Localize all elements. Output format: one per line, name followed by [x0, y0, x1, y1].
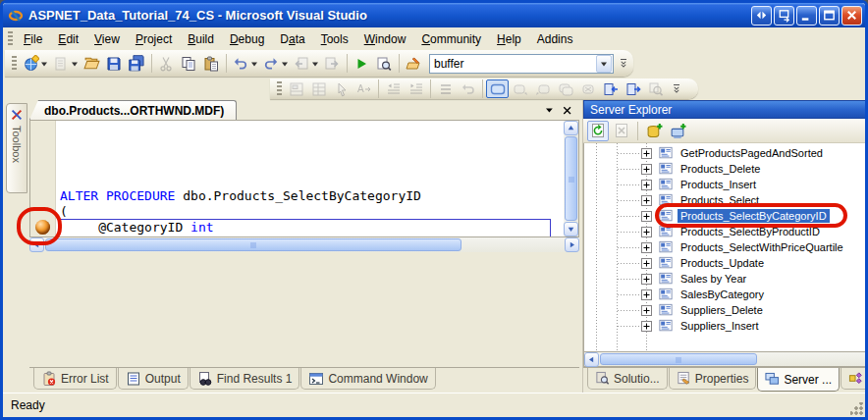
rename-button[interactable]: A — [353, 79, 375, 98]
code-line[interactable]: @CategoryID int — [60, 220, 564, 236]
undo-checkout-button[interactable] — [457, 79, 479, 98]
plus-expander-icon[interactable] — [641, 321, 652, 332]
scroll-up-icon[interactable] — [564, 121, 578, 135]
menu-help[interactable]: Help — [489, 29, 529, 49]
menu-data[interactable]: Data — [272, 29, 312, 49]
scroll-left-icon[interactable] — [29, 237, 44, 252]
menu-addins[interactable]: Addins — [529, 29, 581, 49]
sql-code-editor[interactable]: ALTER PROCEDURE dbo.Products_SelectByCat… — [56, 121, 564, 236]
diagram-pane-button[interactable] — [285, 79, 307, 98]
editor-vertical-scrollbar[interactable] — [564, 121, 578, 236]
tree-horizontal-scrollbar[interactable] — [583, 352, 868, 367]
tree-item[interactable]: Products_SelectWithPriceQuartile — [584, 239, 868, 255]
cut-button[interactable] — [155, 53, 178, 75]
tab-properties[interactable]: Properties — [669, 368, 757, 390]
tree-item[interactable]: Sales by Year — [584, 271, 868, 287]
scrollbar-thumb[interactable] — [565, 136, 577, 221]
tree-item-label[interactable]: Suppliers_Delete — [678, 303, 766, 317]
tree-item[interactable]: Products_Select — [584, 192, 868, 208]
outdent-button[interactable] — [382, 79, 405, 98]
tree-item[interactable]: Products_Delete — [584, 161, 868, 177]
tree-item[interactable]: Suppliers_Insert — [584, 318, 868, 334]
tree-item[interactable]: Products_SelectByProductID — [584, 224, 868, 239]
menu-edit[interactable]: Edit — [50, 29, 86, 49]
tree-item-label[interactable]: Suppliers_Insert — [678, 319, 762, 333]
toolbar-options-chevron-icon[interactable] — [670, 79, 682, 100]
menu-file[interactable]: File — [16, 29, 50, 49]
tab-command-window[interactable]: Command Window — [300, 368, 435, 390]
tree-item-label[interactable]: Products_Update — [678, 256, 767, 270]
paste-button[interactable] — [200, 53, 223, 75]
new-website-button[interactable] — [20, 53, 42, 75]
breakpoint-sphere-icon[interactable] — [35, 220, 50, 235]
menu-debug[interactable]: Debug — [222, 29, 272, 49]
tab-server-[interactable]: Server ... — [757, 368, 840, 392]
group-by-button[interactable] — [434, 79, 457, 98]
connect-server-button[interactable] — [667, 121, 688, 141]
redo-button[interactable] — [260, 53, 283, 75]
sql-pane-button[interactable] — [486, 79, 509, 98]
menubar-grip[interactable] — [8, 31, 13, 47]
file-list-dropdown-icon[interactable] — [544, 105, 556, 117]
close-document-icon[interactable] — [562, 105, 573, 117]
plus-expander-icon[interactable] — [641, 180, 652, 190]
menu-tools[interactable]: Tools — [313, 29, 356, 49]
tree-item-label[interactable]: Products_Delete — [678, 162, 763, 176]
toolbar-grip[interactable] — [277, 81, 282, 97]
find-symbol-button[interactable] — [373, 53, 396, 75]
db-import-button[interactable] — [599, 79, 622, 98]
pointer-button[interactable] — [330, 79, 353, 98]
add-item-button[interactable] — [50, 53, 73, 75]
combo-dropdown-button[interactable] — [596, 55, 612, 73]
server-explorer-titlebar[interactable]: Server Explorer — [583, 100, 868, 119]
tree-item[interactable]: GetProductsPagedAndSorted — [584, 145, 868, 161]
scroll-down-icon[interactable] — [564, 222, 578, 236]
stop-refresh-button[interactable] — [611, 121, 632, 141]
scroll-right-icon[interactable] — [565, 237, 579, 252]
code-line[interactable]: ( — [60, 204, 564, 220]
tree-item-label[interactable]: SalesByCategory — [678, 288, 767, 301]
plus-expander-icon[interactable] — [641, 211, 652, 222]
join-left-button[interactable] — [509, 79, 531, 98]
nav-forward-button[interactable] — [321, 53, 344, 75]
close-button[interactable] — [841, 6, 862, 26]
verify-sql-button[interactable] — [644, 79, 667, 98]
tree-item-label[interactable]: Products_SelectWithPriceQuartile — [678, 240, 846, 254]
menu-project[interactable]: Project — [128, 29, 180, 49]
view-code-button[interactable] — [403, 53, 425, 75]
join-right-button[interactable] — [531, 79, 554, 98]
tree-item[interactable]: Products_Update — [584, 255, 868, 271]
plus-expander-icon[interactable] — [641, 305, 652, 316]
tree-item-label[interactable]: GetProductsPagedAndSorted — [678, 146, 826, 160]
tree-item[interactable]: Suppliers_Delete — [584, 302, 868, 318]
join-full-button[interactable] — [554, 79, 576, 98]
scrollbar-track[interactable] — [758, 352, 868, 366]
dock-button[interactable] — [751, 6, 772, 26]
scroll-left-icon[interactable] — [584, 352, 599, 367]
undo-button[interactable] — [230, 53, 252, 75]
editor-horizontal-scrollbar[interactable] — [29, 237, 579, 252]
editor-gutter[interactable] — [30, 121, 56, 236]
nav-backward-button[interactable] — [291, 53, 313, 75]
plus-expander-icon[interactable] — [641, 242, 652, 253]
tree-item-label[interactable]: Sales by Year — [678, 272, 749, 286]
scrollbar-track[interactable] — [462, 237, 565, 252]
editor-tab[interactable]: dbo.Products...ORTHWND.MDF) — [29, 100, 237, 120]
start-debug-button[interactable] — [351, 53, 373, 75]
tab-class-view[interactable]: Class View — [841, 368, 868, 390]
tab-find-results-1[interactable]: Find Results 1 — [190, 368, 300, 390]
tree-item[interactable]: Products_SelectByCategoryID — [584, 208, 868, 224]
grid-pane-button[interactable] — [307, 79, 330, 98]
float-window-button[interactable] — [774, 6, 794, 26]
menu-window[interactable]: Window — [356, 29, 414, 49]
plus-expander-icon[interactable] — [641, 195, 652, 206]
minimize-button[interactable] — [796, 6, 817, 26]
plus-expander-icon[interactable] — [641, 274, 652, 285]
plus-expander-icon[interactable] — [641, 258, 652, 269]
tree-item-label[interactable]: Products_SelectByProductID — [678, 225, 823, 238]
tree-item[interactable]: SalesByCategory — [584, 287, 868, 302]
plus-expander-icon[interactable] — [641, 148, 652, 159]
menu-view[interactable]: View — [86, 29, 128, 49]
tree-item[interactable]: Products_Insert — [584, 177, 868, 192]
plus-expander-icon[interactable] — [641, 289, 652, 300]
